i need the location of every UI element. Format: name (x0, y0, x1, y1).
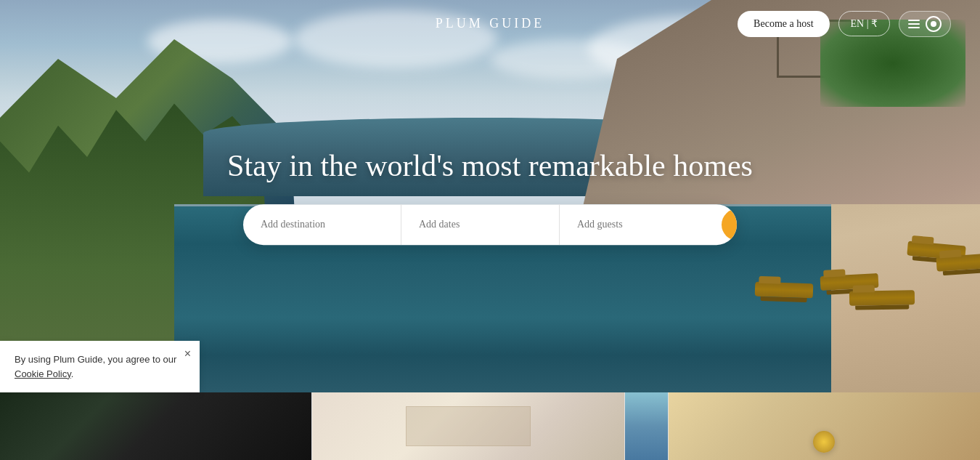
thumbnail-1[interactable] (0, 392, 311, 460)
navbar: PLUM GUIDE Become a host EN | ₹ (0, 0, 980, 47)
thumbnail-4[interactable] (668, 392, 980, 460)
nav-logo: PLUM GUIDE (436, 16, 545, 31)
user-icon (926, 16, 942, 32)
cookie-suffix: . (71, 368, 74, 379)
cookie-text: By using Plum Guide, you agree to our (15, 354, 176, 365)
nav-right: Become a host EN | ₹ (544, 11, 951, 37)
destination-input[interactable] (243, 204, 401, 245)
dates-input[interactable] (401, 204, 560, 245)
hero-heading: Stay in the world's most remarkable home… (218, 148, 762, 184)
thumbnail-2[interactable] (311, 392, 624, 460)
cookie-banner: × By using Plum Guide, you agree to our … (0, 341, 200, 392)
search-bar: Search (243, 204, 737, 245)
menu-user-button[interactable] (899, 11, 951, 37)
thumbnail-3[interactable] (624, 392, 668, 460)
bottom-thumbnail-strip (0, 392, 980, 460)
become-host-button[interactable]: Become a host (738, 11, 829, 37)
cookie-close-button[interactable]: × (184, 348, 191, 360)
brand-name: PLUM GUIDE (436, 16, 545, 31)
hamburger-icon (908, 20, 920, 28)
guests-input[interactable] (560, 204, 717, 245)
cookie-policy-link[interactable]: Cookie Policy (15, 368, 71, 379)
hero-title-container: Stay in the world's most remarkable home… (218, 148, 762, 184)
language-currency-button[interactable]: EN | ₹ (838, 11, 890, 36)
